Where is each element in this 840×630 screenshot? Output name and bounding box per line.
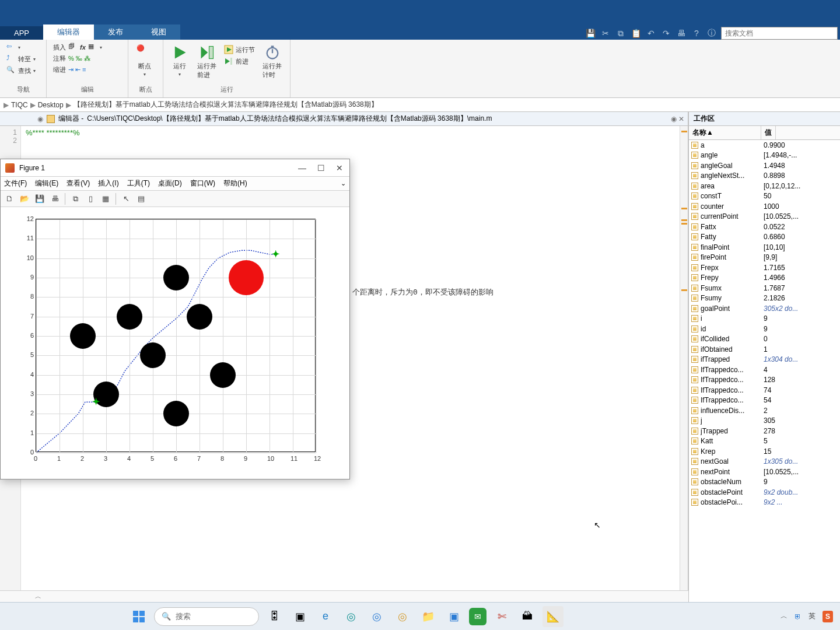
taskbar-search[interactable]: 🔍搜索	[154, 607, 259, 626]
workspace-row[interactable]: angleNextSt...0.8898	[689, 171, 840, 181]
workspace-row[interactable]: Fattx0.0522	[689, 222, 840, 232]
indent-button[interactable]: 缩进 ⇥ ⇤ ≡	[51, 65, 104, 75]
workspace-row[interactable]: constT50	[689, 191, 840, 202]
insert-button[interactable]: 插入 🗐 fx ▦▾	[51, 42, 104, 52]
workspace-row[interactable]: angleGoal1.4948	[689, 160, 840, 171]
link-icon[interactable]: ▯	[84, 192, 97, 205]
open-icon[interactable]: 📂	[18, 192, 31, 205]
menu-view[interactable]: 查看(V)	[66, 178, 90, 188]
print-icon[interactable]: 🖶	[676, 27, 687, 39]
workspace-row[interactable]: influenceDis...2	[689, 405, 840, 416]
workspace-header[interactable]: 名称▲ 值	[689, 126, 840, 140]
workspace-row[interactable]: Frepy1.4966	[689, 273, 840, 284]
info-icon[interactable]: ⓘ	[706, 27, 718, 39]
workspace-row[interactable]: IfTrappedco...74	[689, 385, 840, 396]
workspace-row[interactable]: goalPoint305x2 do...	[689, 303, 840, 314]
menu-window[interactable]: 窗口(W)	[190, 178, 215, 188]
workspace-row[interactable]: i9	[689, 314, 840, 324]
sogou-ime-icon[interactable]: S	[822, 611, 833, 622]
workspace-row[interactable]: area[0,12,0,12...	[689, 181, 840, 191]
copy-icon[interactable]: ⧉	[615, 27, 626, 39]
nav-goto-button[interactable]: ⤴转至▾	[5, 54, 37, 64]
menu-file[interactable]: 文件(F)	[4, 178, 27, 188]
copilot-icon[interactable]: 🎛	[264, 606, 285, 627]
menu-help[interactable]: 帮助(H)	[223, 178, 247, 188]
run-time-button[interactable]: 运行并 计时	[259, 42, 285, 82]
figure-menubar[interactable]: 文件(F) 编辑(E) 查看(V) 插入(I) 工具(T) 桌面(D) 窗口(W…	[1, 177, 349, 191]
minimize-icon[interactable]: —	[297, 163, 307, 173]
run-step-button[interactable]: 运行并 前进	[194, 42, 220, 82]
explorer-icon[interactable]: 📁	[418, 606, 439, 627]
workspace-row[interactable]: obstaclePoint9x2 doub...	[689, 487, 840, 498]
workspace-row[interactable]: ifTrapped1x304 do...	[689, 355, 840, 365]
browser-icon[interactable]: ◎	[392, 606, 413, 627]
breadcrumb-seg-2[interactable]: Desktop	[38, 101, 64, 109]
menu-desktop[interactable]: 桌面(D)	[158, 178, 182, 188]
tab-app[interactable]: APP	[0, 26, 43, 40]
maximize-icon[interactable]: ☐	[316, 163, 326, 173]
workspace-row[interactable]: Frepx1.7165	[689, 262, 840, 273]
chevron-up-icon[interactable]: ︿	[35, 592, 41, 601]
save-figure-icon[interactable]: 💾	[33, 192, 46, 205]
pointer-icon[interactable]: ↖	[120, 192, 132, 205]
workspace-row[interactable]: IfTrappedco...54	[689, 396, 840, 406]
menu-edit[interactable]: 编辑(E)	[35, 178, 58, 188]
tab-editor[interactable]: 编辑器	[43, 24, 94, 40]
nav-back-button[interactable]: ⇦▾	[5, 42, 37, 52]
workspace-row[interactable]: firePoint[9,9]	[689, 253, 840, 263]
workspace-row[interactable]: IfTrappedco...128	[689, 375, 840, 386]
matlab-taskbar-icon[interactable]: 📐	[542, 606, 564, 627]
tray-security-icon[interactable]: ⛨	[794, 612, 802, 621]
edge-legacy-icon[interactable]: e	[315, 606, 336, 627]
workspace-row[interactable]: id9	[689, 324, 840, 334]
workspace-row[interactable]: obstacleNum9	[689, 477, 840, 488]
menu-insert[interactable]: 插入(I)	[98, 178, 118, 188]
workspace-row[interactable]: nextGoal1x305 do...	[689, 457, 840, 467]
windows-taskbar[interactable]: 🔍搜索 🎛 ▣ e ◎ ◎ ◎ 📁 ▣ ✉ ✄ 🏔 📐 ︿ ⛨ 英 S	[0, 602, 840, 630]
workspace-row[interactable]: counter1000	[689, 201, 840, 212]
ime-indicator[interactable]: 英	[808, 611, 816, 621]
workspace-row[interactable]: angle[1.4948,-...	[689, 150, 840, 161]
workspace-row[interactable]: Krep15	[689, 446, 840, 457]
workspace-row[interactable]: jTrapped278	[689, 426, 840, 436]
tile-icon[interactable]: ▦	[99, 192, 112, 205]
breadcrumb-seg-1[interactable]: TIQC	[11, 101, 28, 109]
databrush-icon[interactable]: ▤	[135, 192, 148, 205]
app1-icon[interactable]: ▣	[443, 606, 464, 627]
breakpoint-button[interactable]: 🔴断点▾	[133, 42, 156, 79]
dock-icon[interactable]: ⧉	[69, 192, 82, 205]
figure-canvas[interactable]: 01234567891011120123456789101112✦✦	[1, 207, 349, 479]
workspace-row[interactable]: ifCollided0	[689, 334, 840, 345]
workspace-row[interactable]: Fsumy2.1826	[689, 293, 840, 304]
save-icon[interactable]: 💾	[584, 27, 596, 39]
workspace-row[interactable]: ifObtained1	[689, 344, 840, 355]
workspace-row[interactable]: Katt5	[689, 436, 840, 447]
help-icon[interactable]: ?	[691, 27, 702, 39]
workspace-row[interactable]: a0.9900	[689, 140, 840, 150]
workspace-row[interactable]: IfTrappedco...4	[689, 365, 840, 375]
undo-icon[interactable]: ↶	[645, 27, 657, 39]
snip-icon[interactable]: ✄	[491, 606, 512, 627]
search-doc-input[interactable]: 搜索文档	[721, 27, 838, 40]
workspace-row[interactable]: Fatty0.6860	[689, 232, 840, 243]
menu-tool[interactable]: 工具(T)	[127, 178, 150, 188]
breadcrumb-seg-3[interactable]: 【路径规划】基于matlab人工势场法结合模拟退火算法车辆避障路径规划【含Mat…	[74, 100, 378, 110]
edge1-icon[interactable]: ◎	[341, 606, 362, 627]
breadcrumb[interactable]: ▶TIQC ▶Desktop ▶【路径规划】基于matlab人工势场法结合模拟退…	[0, 98, 840, 112]
close-icon[interactable]: ✕	[334, 163, 345, 173]
taskview-icon[interactable]: ▣	[289, 606, 310, 627]
nav-find-button[interactable]: 🔍查找▾	[5, 65, 37, 76]
tray-expand-icon[interactable]: ︿	[780, 611, 788, 621]
workspace-row[interactable]: obstaclePoi...9x2 ...	[689, 498, 840, 508]
run-advance-button[interactable]: 前进	[222, 56, 257, 66]
code-minimap[interactable]	[680, 126, 688, 630]
run-section-button[interactable]: 运行节	[222, 44, 257, 55]
workspace-row[interactable]: j305	[689, 416, 840, 426]
print-figure-icon[interactable]: 🖶	[48, 192, 61, 205]
tab-view[interactable]: 视图	[137, 24, 180, 40]
edge2-icon[interactable]: ◎	[366, 606, 387, 627]
figure-titlebar[interactable]: Figure 1 — ☐ ✕	[1, 159, 349, 177]
axes[interactable]: 01234567891011120123456789101112✦✦	[36, 219, 316, 452]
workspace-col-name[interactable]: 名称▲	[689, 126, 761, 139]
workspace-row[interactable]: nextPoint[10.0525,...	[689, 467, 840, 477]
